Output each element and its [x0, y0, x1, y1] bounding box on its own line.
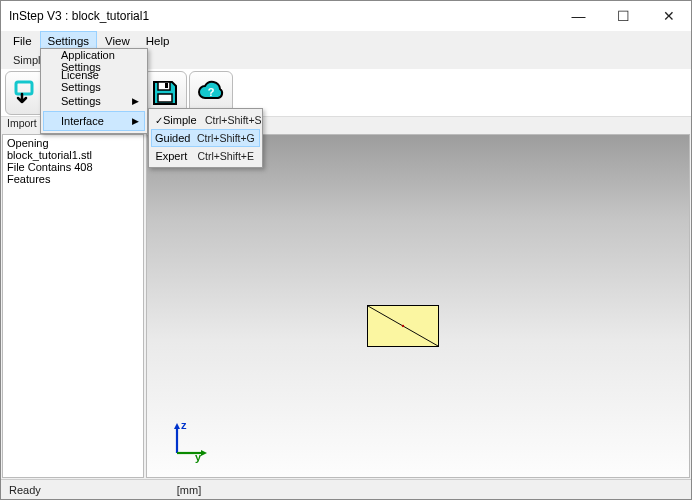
menu-item-label: Interface — [61, 115, 104, 127]
interface-submenu: ✓ Simple Ctrl+Shift+S Guided Ctrl+Shift+… — [148, 108, 263, 168]
window-title: InStep V3 : block_tutorial1 — [9, 9, 149, 23]
status-ready: Ready — [1, 484, 49, 496]
menu-application-settings[interactable]: Application Settings — [43, 51, 145, 71]
close-button[interactable]: ✕ — [646, 1, 691, 31]
menu-license-settings[interactable]: License Settings — [43, 71, 145, 91]
axis-y-label: y — [195, 451, 202, 463]
status-units: [mm] — [169, 484, 209, 496]
axis-gizmo: z y — [169, 421, 209, 461]
menu-item-label: License Settings — [61, 69, 139, 93]
log-line: block_tutorial1.stl — [7, 149, 139, 161]
svg-rect-2 — [158, 94, 172, 102]
body: Opening block_tutorial1.stl File Contain… — [1, 133, 691, 479]
menu-interface[interactable]: Interface ▶ — [43, 111, 145, 131]
3d-viewport[interactable]: z y — [146, 134, 690, 478]
log-line: Opening — [7, 137, 139, 149]
svg-text:?: ? — [208, 86, 215, 98]
log-line: File Contains 408 — [7, 161, 139, 173]
svg-rect-1 — [158, 82, 170, 90]
submenu-label: Simple — [163, 114, 205, 126]
import-icon — [10, 76, 44, 110]
submenu-label: Guided — [155, 132, 197, 144]
log-panel: Opening block_tutorial1.stl File Contain… — [2, 134, 144, 478]
settings-dropdown: Application Settings License Settings Se… — [40, 48, 148, 134]
maximize-button[interactable]: ☐ — [601, 1, 646, 31]
save-icon — [148, 76, 182, 110]
submenu-accel: Ctrl+Shift+G — [197, 132, 255, 144]
submenu-label: Expert — [155, 150, 197, 162]
titlebar: InStep V3 : block_tutorial1 — ☐ ✕ — [1, 1, 691, 31]
svg-rect-0 — [16, 82, 32, 94]
submenu-accel: Ctrl+Shift+S — [205, 114, 262, 126]
menu-settings-sub[interactable]: Settings ▶ — [43, 91, 145, 111]
svg-marker-10 — [201, 450, 207, 456]
chevron-right-icon: ▶ — [132, 116, 139, 126]
submenu-accel: Ctrl+Shift+E — [197, 150, 254, 162]
submenu-guided[interactable]: Guided Ctrl+Shift+G — [151, 129, 260, 147]
svg-point-6 — [402, 325, 404, 327]
model-block[interactable] — [367, 305, 439, 347]
chevron-right-icon: ▶ — [132, 96, 139, 106]
menu-file[interactable]: File — [5, 31, 40, 51]
minimize-button[interactable]: — — [556, 1, 601, 31]
submenu-simple[interactable]: ✓ Simple Ctrl+Shift+S — [151, 111, 260, 129]
app-window: InStep V3 : block_tutorial1 — ☐ ✕ File S… — [0, 0, 692, 500]
window-buttons: — ☐ ✕ — [556, 1, 691, 31]
axis-z-label: z — [181, 419, 187, 431]
menu-item-label: Settings — [61, 95, 101, 107]
svg-marker-8 — [174, 423, 180, 429]
cloud-help-icon: ? — [194, 76, 228, 110]
log-line: Features — [7, 173, 139, 185]
check-icon: ✓ — [155, 115, 163, 126]
svg-rect-3 — [165, 83, 168, 88]
statusbar: Ready [mm] — [1, 479, 691, 499]
submenu-expert[interactable]: Expert Ctrl+Shift+E — [151, 147, 260, 165]
